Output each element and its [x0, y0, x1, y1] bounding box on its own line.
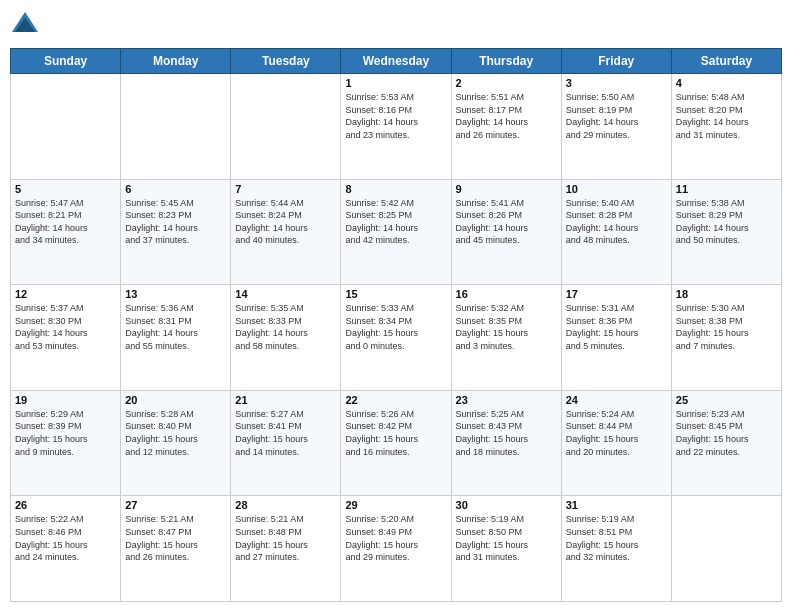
weekday-header-tuesday: Tuesday	[231, 49, 341, 74]
weekday-header-sunday: Sunday	[11, 49, 121, 74]
day-number: 17	[566, 288, 667, 300]
day-info: Sunrise: 5:40 AM Sunset: 8:28 PM Dayligh…	[566, 197, 667, 247]
weekday-header-friday: Friday	[561, 49, 671, 74]
day-number: 25	[676, 394, 777, 406]
calendar-day-31: 31Sunrise: 5:19 AM Sunset: 8:51 PM Dayli…	[561, 496, 671, 602]
calendar-day-23: 23Sunrise: 5:25 AM Sunset: 8:43 PM Dayli…	[451, 390, 561, 496]
day-info: Sunrise: 5:45 AM Sunset: 8:23 PM Dayligh…	[125, 197, 226, 247]
day-number: 20	[125, 394, 226, 406]
day-number: 5	[15, 183, 116, 195]
day-number: 30	[456, 499, 557, 511]
calendar-day-27: 27Sunrise: 5:21 AM Sunset: 8:47 PM Dayli…	[121, 496, 231, 602]
day-info: Sunrise: 5:35 AM Sunset: 8:33 PM Dayligh…	[235, 302, 336, 352]
day-info: Sunrise: 5:30 AM Sunset: 8:38 PM Dayligh…	[676, 302, 777, 352]
calendar-day-20: 20Sunrise: 5:28 AM Sunset: 8:40 PM Dayli…	[121, 390, 231, 496]
day-number: 13	[125, 288, 226, 300]
day-number: 28	[235, 499, 336, 511]
day-number: 18	[676, 288, 777, 300]
calendar-day-5: 5Sunrise: 5:47 AM Sunset: 8:21 PM Daylig…	[11, 179, 121, 285]
day-info: Sunrise: 5:21 AM Sunset: 8:47 PM Dayligh…	[125, 513, 226, 563]
calendar-day-22: 22Sunrise: 5:26 AM Sunset: 8:42 PM Dayli…	[341, 390, 451, 496]
logo	[10, 10, 44, 40]
day-info: Sunrise: 5:51 AM Sunset: 8:17 PM Dayligh…	[456, 91, 557, 141]
day-info: Sunrise: 5:28 AM Sunset: 8:40 PM Dayligh…	[125, 408, 226, 458]
day-number: 16	[456, 288, 557, 300]
day-info: Sunrise: 5:53 AM Sunset: 8:16 PM Dayligh…	[345, 91, 446, 141]
day-info: Sunrise: 5:44 AM Sunset: 8:24 PM Dayligh…	[235, 197, 336, 247]
day-info: Sunrise: 5:23 AM Sunset: 8:45 PM Dayligh…	[676, 408, 777, 458]
day-number: 14	[235, 288, 336, 300]
day-number: 23	[456, 394, 557, 406]
day-number: 1	[345, 77, 446, 89]
calendar-day-1: 1Sunrise: 5:53 AM Sunset: 8:16 PM Daylig…	[341, 74, 451, 180]
day-number: 19	[15, 394, 116, 406]
day-info: Sunrise: 5:41 AM Sunset: 8:26 PM Dayligh…	[456, 197, 557, 247]
calendar-day-21: 21Sunrise: 5:27 AM Sunset: 8:41 PM Dayli…	[231, 390, 341, 496]
calendar-week-row: 26Sunrise: 5:22 AM Sunset: 8:46 PM Dayli…	[11, 496, 782, 602]
day-info: Sunrise: 5:48 AM Sunset: 8:20 PM Dayligh…	[676, 91, 777, 141]
day-info: Sunrise: 5:20 AM Sunset: 8:49 PM Dayligh…	[345, 513, 446, 563]
calendar-day-9: 9Sunrise: 5:41 AM Sunset: 8:26 PM Daylig…	[451, 179, 561, 285]
day-number: 6	[125, 183, 226, 195]
day-number: 26	[15, 499, 116, 511]
day-info: Sunrise: 5:26 AM Sunset: 8:42 PM Dayligh…	[345, 408, 446, 458]
day-number: 3	[566, 77, 667, 89]
day-info: Sunrise: 5:36 AM Sunset: 8:31 PM Dayligh…	[125, 302, 226, 352]
calendar-day-25: 25Sunrise: 5:23 AM Sunset: 8:45 PM Dayli…	[671, 390, 781, 496]
day-info: Sunrise: 5:47 AM Sunset: 8:21 PM Dayligh…	[15, 197, 116, 247]
calendar-day-29: 29Sunrise: 5:20 AM Sunset: 8:49 PM Dayli…	[341, 496, 451, 602]
day-info: Sunrise: 5:50 AM Sunset: 8:19 PM Dayligh…	[566, 91, 667, 141]
weekday-header-row: SundayMondayTuesdayWednesdayThursdayFrid…	[11, 49, 782, 74]
day-info: Sunrise: 5:19 AM Sunset: 8:50 PM Dayligh…	[456, 513, 557, 563]
weekday-header-thursday: Thursday	[451, 49, 561, 74]
day-info: Sunrise: 5:38 AM Sunset: 8:29 PM Dayligh…	[676, 197, 777, 247]
header	[10, 10, 782, 40]
calendar-day-empty	[11, 74, 121, 180]
calendar-day-7: 7Sunrise: 5:44 AM Sunset: 8:24 PM Daylig…	[231, 179, 341, 285]
day-number: 11	[676, 183, 777, 195]
day-info: Sunrise: 5:22 AM Sunset: 8:46 PM Dayligh…	[15, 513, 116, 563]
day-number: 9	[456, 183, 557, 195]
calendar-day-10: 10Sunrise: 5:40 AM Sunset: 8:28 PM Dayli…	[561, 179, 671, 285]
weekday-header-wednesday: Wednesday	[341, 49, 451, 74]
calendar-day-3: 3Sunrise: 5:50 AM Sunset: 8:19 PM Daylig…	[561, 74, 671, 180]
day-number: 7	[235, 183, 336, 195]
weekday-header-saturday: Saturday	[671, 49, 781, 74]
day-info: Sunrise: 5:42 AM Sunset: 8:25 PM Dayligh…	[345, 197, 446, 247]
calendar-day-11: 11Sunrise: 5:38 AM Sunset: 8:29 PM Dayli…	[671, 179, 781, 285]
day-number: 12	[15, 288, 116, 300]
day-number: 22	[345, 394, 446, 406]
day-info: Sunrise: 5:25 AM Sunset: 8:43 PM Dayligh…	[456, 408, 557, 458]
calendar-day-28: 28Sunrise: 5:21 AM Sunset: 8:48 PM Dayli…	[231, 496, 341, 602]
day-info: Sunrise: 5:32 AM Sunset: 8:35 PM Dayligh…	[456, 302, 557, 352]
calendar-week-row: 1Sunrise: 5:53 AM Sunset: 8:16 PM Daylig…	[11, 74, 782, 180]
calendar-day-empty	[231, 74, 341, 180]
day-number: 8	[345, 183, 446, 195]
calendar-day-13: 13Sunrise: 5:36 AM Sunset: 8:31 PM Dayli…	[121, 285, 231, 391]
calendar-day-18: 18Sunrise: 5:30 AM Sunset: 8:38 PM Dayli…	[671, 285, 781, 391]
logo-icon	[10, 10, 40, 40]
calendar-day-4: 4Sunrise: 5:48 AM Sunset: 8:20 PM Daylig…	[671, 74, 781, 180]
calendar-day-30: 30Sunrise: 5:19 AM Sunset: 8:50 PM Dayli…	[451, 496, 561, 602]
calendar-week-row: 19Sunrise: 5:29 AM Sunset: 8:39 PM Dayli…	[11, 390, 782, 496]
day-info: Sunrise: 5:33 AM Sunset: 8:34 PM Dayligh…	[345, 302, 446, 352]
calendar-day-24: 24Sunrise: 5:24 AM Sunset: 8:44 PM Dayli…	[561, 390, 671, 496]
calendar-day-26: 26Sunrise: 5:22 AM Sunset: 8:46 PM Dayli…	[11, 496, 121, 602]
day-info: Sunrise: 5:27 AM Sunset: 8:41 PM Dayligh…	[235, 408, 336, 458]
calendar-day-15: 15Sunrise: 5:33 AM Sunset: 8:34 PM Dayli…	[341, 285, 451, 391]
day-number: 29	[345, 499, 446, 511]
calendar-day-2: 2Sunrise: 5:51 AM Sunset: 8:17 PM Daylig…	[451, 74, 561, 180]
day-info: Sunrise: 5:31 AM Sunset: 8:36 PM Dayligh…	[566, 302, 667, 352]
day-number: 21	[235, 394, 336, 406]
day-number: 24	[566, 394, 667, 406]
calendar-day-12: 12Sunrise: 5:37 AM Sunset: 8:30 PM Dayli…	[11, 285, 121, 391]
day-number: 31	[566, 499, 667, 511]
calendar-week-row: 12Sunrise: 5:37 AM Sunset: 8:30 PM Dayli…	[11, 285, 782, 391]
day-number: 10	[566, 183, 667, 195]
calendar-table: SundayMondayTuesdayWednesdayThursdayFrid…	[10, 48, 782, 602]
calendar-day-empty	[121, 74, 231, 180]
calendar-day-16: 16Sunrise: 5:32 AM Sunset: 8:35 PM Dayli…	[451, 285, 561, 391]
calendar-day-14: 14Sunrise: 5:35 AM Sunset: 8:33 PM Dayli…	[231, 285, 341, 391]
day-info: Sunrise: 5:21 AM Sunset: 8:48 PM Dayligh…	[235, 513, 336, 563]
day-info: Sunrise: 5:19 AM Sunset: 8:51 PM Dayligh…	[566, 513, 667, 563]
